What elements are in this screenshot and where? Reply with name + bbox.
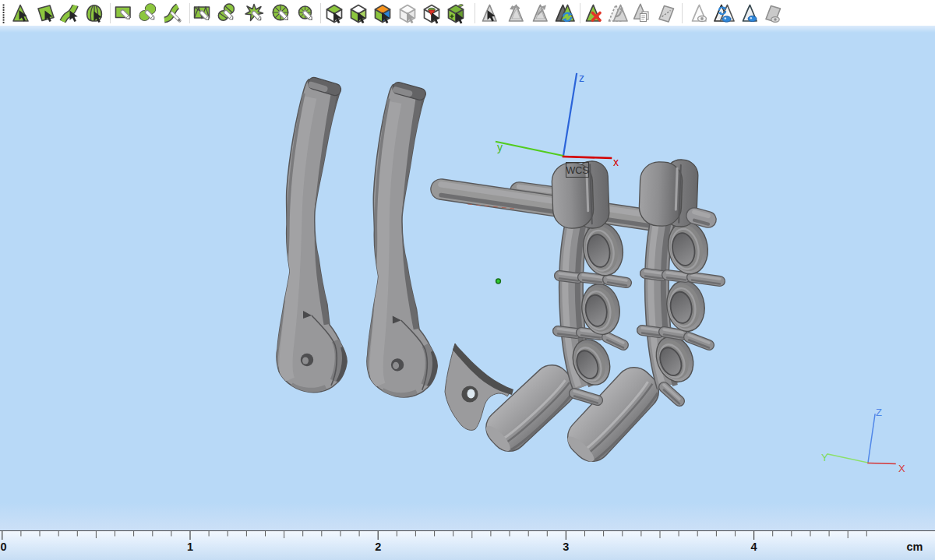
- svg-text:x: x: [613, 156, 619, 168]
- svg-text:X: X: [898, 463, 905, 474]
- svg-text:2: 2: [375, 541, 381, 553]
- svg-text:0: 0: [1, 541, 7, 553]
- svg-text:cm: cm: [907, 541, 923, 553]
- svg-text:Y: Y: [821, 452, 828, 463]
- svg-text:WCS: WCS: [566, 165, 588, 176]
- svg-text:Z: Z: [876, 407, 882, 418]
- svg-text:4: 4: [751, 541, 757, 553]
- svg-text:y: y: [497, 141, 503, 153]
- svg-text:1: 1: [187, 541, 193, 553]
- svg-text:z: z: [579, 72, 584, 84]
- svg-text:3: 3: [563, 541, 569, 553]
